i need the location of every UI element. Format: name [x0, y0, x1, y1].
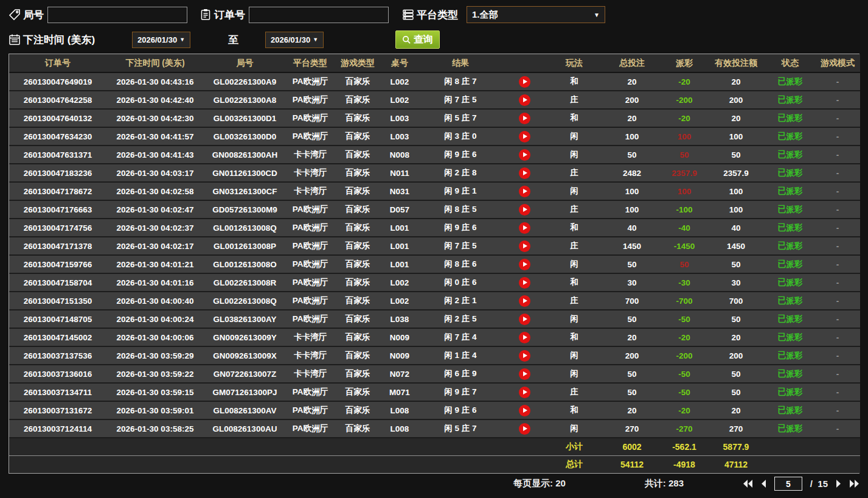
play-type-cell: 庄 [546, 237, 602, 255]
result-cell: 闲 0 庄 6 [418, 273, 502, 292]
status-cell: 已派彩 [765, 109, 815, 127]
play-video-button[interactable] [519, 149, 530, 161]
total-bet-cell: 50 [602, 146, 662, 164]
status-cell: 已派彩 [765, 164, 815, 182]
table-no-cell: N008 [381, 146, 418, 164]
table-no-cell: M071 [381, 383, 418, 401]
play-video-button[interactable] [519, 240, 530, 252]
play-video-button[interactable] [519, 350, 530, 362]
video-cell [502, 127, 546, 146]
play-type-cell: 和 [546, 273, 602, 292]
video-cell [502, 72, 546, 91]
page-number-input[interactable] [774, 477, 802, 491]
payout-cell: -20 [662, 328, 707, 346]
order-id-input[interactable] [249, 7, 389, 23]
column-header: 游戏模式 [815, 54, 860, 72]
play-video-button[interactable] [519, 259, 530, 270]
platform-cell: 卡卡湾厅 [286, 346, 335, 365]
valid-bet-cell: 270 [707, 419, 765, 438]
valid-bet-cell: 20 [707, 72, 765, 91]
payout-cell: 100 [662, 182, 707, 200]
result-cell: 闲 5 庄 7 [418, 109, 502, 127]
status-cell: 已派彩 [765, 146, 815, 164]
result-cell: 闲 9 庄 6 [418, 401, 502, 419]
result-cell: 闲 7 庄 4 [418, 328, 502, 346]
play-video-button[interactable] [519, 94, 530, 106]
play-icon [523, 408, 527, 413]
play-video-button[interactable] [519, 277, 530, 289]
table-row: 2601300476401322026-01-30 04:42:30GL0032… [9, 109, 860, 127]
play-video-button[interactable] [519, 332, 530, 343]
result-cell: 闲 9 庄 6 [418, 219, 502, 237]
platform-type-select[interactable]: 1.全部 ▼ [467, 6, 605, 23]
play-video-button[interactable] [519, 113, 530, 124]
bet-time-cell: 2026-01-30 04:00:06 [106, 328, 204, 346]
total-row: 总计 54112 -4918 47112 [9, 455, 860, 473]
table-row: 2601300371347112026-01-30 03:59:15GM0712… [9, 383, 860, 401]
play-video-button[interactable] [519, 204, 530, 216]
order-id-cell: 260130047151350 [9, 292, 106, 310]
previous-page-button[interactable] [761, 480, 766, 488]
payout-cell: -100 [662, 200, 707, 219]
search-button[interactable]: 查询 [395, 30, 440, 49]
play-type-cell: 和 [546, 219, 602, 237]
play-icon [523, 335, 527, 340]
payout-cell: -40 [662, 219, 707, 237]
play-video-button[interactable] [519, 76, 530, 88]
table-row: 2601300471597662026-01-30 04:01:21GL0012… [9, 255, 860, 273]
play-icon [523, 371, 527, 376]
video-cell [502, 200, 546, 219]
result-cell: 闲 8 庄 6 [418, 255, 502, 273]
game-mode-cell: - [815, 182, 860, 200]
result-cell: 闲 5 庄 7 [418, 419, 502, 438]
play-video-button[interactable] [519, 387, 530, 398]
play-video-button[interactable] [519, 423, 530, 435]
game-mode-cell: - [815, 292, 860, 310]
valid-bet-cell: 30 [707, 273, 765, 292]
game-mode-cell: - [815, 255, 860, 273]
video-cell [502, 255, 546, 273]
order-id-cell: 260130047148705 [9, 310, 106, 328]
play-video-button[interactable] [519, 295, 530, 307]
play-video-button[interactable] [519, 186, 530, 197]
first-page-button[interactable] [743, 480, 753, 488]
status-cell: 已派彩 [765, 273, 815, 292]
play-icon [523, 280, 527, 285]
game-type-cell: 百家乐 [335, 346, 381, 365]
round-id-input[interactable] [47, 7, 187, 23]
play-video-button[interactable] [519, 131, 530, 142]
last-page-button[interactable] [849, 480, 859, 488]
game-mode-cell: - [815, 127, 860, 146]
platform-cell: PA欧洲厅 [286, 219, 335, 237]
table-row: 2601300371316722026-01-30 03:59:01GL0082… [9, 401, 860, 419]
table-no-cell: L002 [381, 292, 418, 310]
platform-cell: PA欧洲厅 [286, 310, 335, 328]
bet-time-cell: 2026-01-30 04:41:43 [106, 146, 204, 164]
column-header [502, 54, 546, 72]
play-video-button[interactable] [519, 222, 530, 234]
status-cell: 已派彩 [765, 91, 815, 109]
column-header: 下注时间 (美东) [106, 54, 204, 72]
video-cell [502, 346, 546, 365]
next-page-button[interactable] [836, 480, 841, 488]
platform-cell: PA欧洲厅 [286, 200, 335, 219]
order-id-label: 订单号 [214, 8, 245, 22]
play-video-button[interactable] [519, 167, 530, 179]
play-video-button[interactable] [519, 368, 530, 380]
bet-time-cell: 2026-01-30 03:59:29 [106, 346, 204, 365]
date-to-picker[interactable]: 2026/01/30 ▼ [265, 32, 324, 48]
result-cell: 闲 6 庄 9 [418, 365, 502, 383]
play-video-button[interactable] [519, 405, 530, 416]
status-cell: 已派彩 [765, 419, 815, 438]
table-no-cell: L001 [381, 219, 418, 237]
date-from-picker[interactable]: 2026/01/30 ▼ [132, 32, 190, 48]
platform-cell: PA欧洲厅 [286, 383, 335, 401]
play-icon [523, 134, 527, 139]
table-row: 2601300476342302026-01-30 04:41:57GL0032… [9, 127, 860, 146]
column-header: 玩法 [546, 54, 602, 72]
play-type-cell: 闲 [546, 346, 602, 365]
payout-cell: -20 [662, 72, 707, 91]
play-icon [523, 426, 527, 431]
bet-time-cell: 2026-01-30 04:02:47 [106, 200, 204, 219]
play-video-button[interactable] [519, 314, 530, 325]
